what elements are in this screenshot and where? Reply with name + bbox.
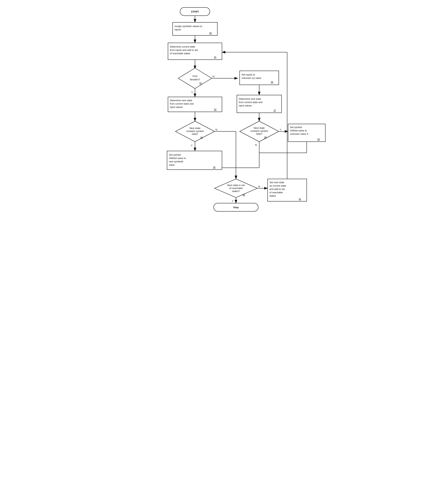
node-35-label1: Set symbol bbox=[169, 153, 181, 156]
node-31-label1: Determine current state bbox=[170, 45, 195, 48]
node-33-ref: 33 bbox=[214, 108, 216, 111]
node-30-label: Assign symbolic values to bbox=[175, 25, 202, 28]
n38-n-label: N bbox=[255, 143, 257, 146]
node-41-label4: of reachable bbox=[269, 191, 283, 194]
node-30-label2: inputs bbox=[175, 28, 181, 31]
n34-y-label: Y bbox=[191, 144, 192, 147]
node-38-ref: 38 bbox=[264, 136, 267, 139]
node-39-label1: Set symbol bbox=[290, 126, 302, 129]
node-41-ref: 41 bbox=[298, 198, 301, 200]
node-31-label2: from inputs and add to set bbox=[170, 49, 198, 51]
node-39-label3: unknown value X bbox=[290, 133, 308, 135]
node-36-label2: unknown (x) value bbox=[242, 77, 261, 79]
n32-n-label: N bbox=[213, 75, 214, 78]
node-37-ref: 37 bbox=[273, 109, 276, 112]
node-30-ref: 30 bbox=[209, 32, 212, 34]
node-31-ref: 31 bbox=[214, 56, 216, 59]
node-37-label1: Determine next state bbox=[239, 97, 261, 100]
node-39-ref: 39 bbox=[317, 138, 320, 141]
node-35-ref: 35 bbox=[213, 166, 215, 169]
node-40-label2: of reachable bbox=[229, 187, 243, 189]
node-36-label1: Set inputs to bbox=[242, 73, 255, 76]
node-35-label2: ANDed value to bbox=[169, 157, 186, 159]
node-32-label1: First bbox=[192, 75, 197, 78]
node-41-label3: and add to set bbox=[269, 188, 285, 190]
n38-y-label: Y bbox=[280, 128, 281, 131]
stop-label: Stop bbox=[233, 206, 238, 209]
n40-n-label: N bbox=[258, 185, 260, 188]
node-39-label2: ANDed value to bbox=[290, 129, 307, 132]
node-38-label3: AND? bbox=[256, 133, 262, 135]
flowchart: START Assign symbolic values to inputs 3… bbox=[130, 4, 297, 209]
node-37-label3: input values bbox=[239, 104, 252, 107]
node-41-label2: as current state bbox=[269, 184, 286, 187]
node-40-label3: states? bbox=[232, 190, 240, 193]
node-40-ref: 40 bbox=[243, 194, 245, 196]
node-41-label5: states bbox=[269, 194, 276, 197]
node-38-label1: Next state bbox=[254, 126, 265, 129]
n32-y-label: Y bbox=[191, 91, 193, 94]
node-38-label2: contains symbol bbox=[251, 130, 268, 132]
node-41-label1: Set next state bbox=[269, 181, 284, 184]
node-33-label1: Determine next state bbox=[170, 99, 192, 102]
node-33-label2: from current state and bbox=[170, 102, 193, 105]
node-32-label2: Iteration? bbox=[190, 78, 200, 81]
node-40-label1: Next state in set bbox=[227, 184, 245, 187]
node-35-label3: new symbolic bbox=[169, 160, 184, 163]
n34-n-label: N bbox=[215, 128, 217, 131]
node-34-label2: contains symbol bbox=[186, 130, 204, 133]
n40-y-label: Y bbox=[232, 200, 234, 202]
node-33-label3: input values bbox=[170, 106, 183, 109]
node-35-label4: value bbox=[169, 164, 175, 166]
node-34-label1: Next state bbox=[189, 127, 200, 130]
node-36-ref: 36 bbox=[271, 81, 273, 84]
node-32-ref: 32 bbox=[199, 82, 202, 84]
start-label: START bbox=[191, 10, 199, 13]
node-34-ref: 34 bbox=[200, 136, 203, 139]
node-31-label3: of reachable states bbox=[170, 52, 190, 55]
node-37-label2: from current state and bbox=[239, 101, 262, 104]
node-34-label3: AND? bbox=[192, 133, 198, 135]
